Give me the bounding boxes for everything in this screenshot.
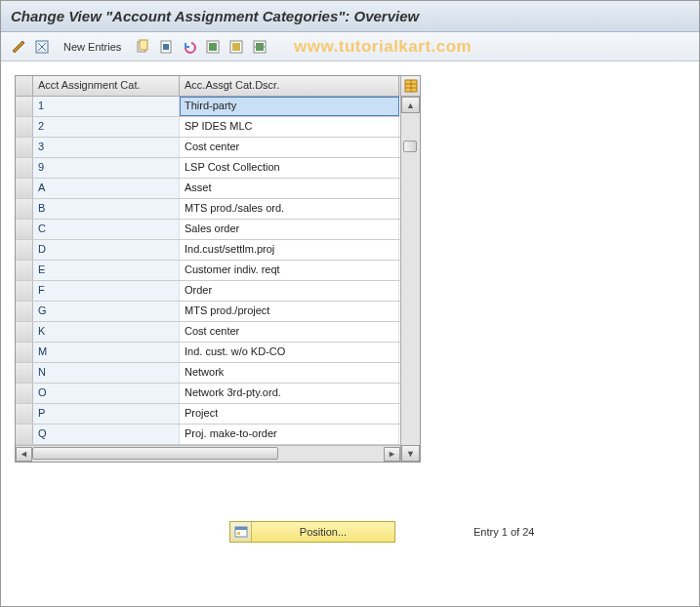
- print-icon[interactable]: [250, 37, 269, 57]
- table-row[interactable]: QProj. make-to-order: [16, 425, 400, 445]
- cell-description[interactable]: Cost center: [180, 322, 399, 342]
- row-selector[interactable]: [16, 322, 33, 342]
- table-row[interactable]: DInd.cust/settlm.proj: [16, 240, 400, 261]
- cell-description[interactable]: Network 3rd-pty.ord.: [180, 384, 399, 403]
- table-row[interactable]: MInd. cust. w/o KD-CO: [16, 343, 400, 363]
- row-selector[interactable]: [16, 404, 33, 424]
- expand-icon[interactable]: [32, 37, 52, 57]
- row-selector[interactable]: [16, 199, 33, 219]
- position-icon: [230, 522, 252, 542]
- row-selector[interactable]: [16, 220, 33, 239]
- table-row[interactable]: GMTS prod./project: [16, 302, 400, 322]
- table-body: 1Third-party2SP IDES MLC3Cost center9LSP…: [16, 97, 400, 445]
- row-selector[interactable]: [16, 363, 33, 383]
- cell-description[interactable]: Proj. make-to-order: [180, 425, 399, 444]
- cell-description[interactable]: Project: [180, 404, 399, 424]
- cell-category[interactable]: Q: [33, 425, 180, 444]
- cell-description[interactable]: Customer indiv. reqt: [180, 261, 399, 280]
- toolbar: New Entries www.tutorialkart.com: [1, 32, 699, 61]
- table-row[interactable]: 1Third-party: [16, 97, 400, 117]
- select-all-icon[interactable]: [203, 37, 223, 57]
- v-scroll-track[interactable]: [401, 113, 420, 445]
- col-header-description[interactable]: Acc.Assgt Cat.Dscr.: [180, 76, 399, 96]
- table-settings-icon[interactable]: [401, 76, 420, 97]
- toggle-display-icon[interactable]: [9, 37, 28, 57]
- col-header-category[interactable]: Acct Assignment Cat.: [33, 76, 180, 96]
- cell-category[interactable]: D: [33, 240, 180, 260]
- row-selector[interactable]: [16, 138, 33, 157]
- cell-description[interactable]: Ind.cust/settlm.proj: [180, 240, 399, 260]
- delete-icon[interactable]: [156, 37, 176, 57]
- table-row[interactable]: 3Cost center: [16, 138, 400, 158]
- content-area: Acct Assignment Cat. Acc.Assgt Cat.Dscr.…: [1, 61, 699, 556]
- cell-category[interactable]: B: [33, 199, 180, 219]
- h-scroll-thumb[interactable]: [32, 447, 278, 460]
- cell-description[interactable]: LSP Cost Collection: [180, 158, 399, 178]
- svg-rect-8: [232, 43, 240, 51]
- table-row[interactable]: KCost center: [16, 322, 400, 343]
- deselect-all-icon[interactable]: [226, 37, 246, 57]
- position-button[interactable]: Position...: [229, 521, 395, 543]
- cell-description[interactable]: Asset: [180, 179, 399, 198]
- row-selector[interactable]: [16, 281, 33, 301]
- cell-category[interactable]: K: [33, 322, 180, 342]
- cell-category[interactable]: 3: [33, 138, 180, 157]
- row-selector[interactable]: [16, 343, 33, 362]
- row-selector[interactable]: [16, 97, 33, 116]
- scroll-left-icon[interactable]: ◄: [16, 447, 32, 462]
- row-selector[interactable]: [16, 425, 33, 444]
- scroll-down-icon[interactable]: ▼: [401, 445, 420, 462]
- position-label: Position...: [252, 526, 394, 538]
- cell-description[interactable]: Network: [180, 363, 399, 383]
- table-row[interactable]: PProject: [16, 404, 400, 425]
- cell-category[interactable]: G: [33, 302, 180, 321]
- table-row[interactable]: AAsset: [16, 179, 400, 199]
- row-selector[interactable]: [16, 179, 33, 198]
- copy-icon[interactable]: [133, 37, 152, 57]
- cell-description[interactable]: MTS prod./sales ord.: [180, 199, 399, 219]
- row-selector[interactable]: [16, 158, 33, 178]
- cell-category[interactable]: P: [33, 404, 180, 424]
- table-row[interactable]: CSales order: [16, 220, 400, 240]
- cell-description[interactable]: Sales order: [180, 220, 399, 239]
- row-selector[interactable]: [16, 261, 33, 280]
- cell-category[interactable]: C: [33, 220, 180, 239]
- cell-description[interactable]: Ind. cust. w/o KD-CO: [180, 343, 399, 362]
- cell-category[interactable]: E: [33, 261, 180, 280]
- table-row[interactable]: NNetwork: [16, 363, 400, 384]
- row-selector[interactable]: [16, 302, 33, 321]
- horizontal-scrollbar[interactable]: ◄ ►: [16, 445, 400, 462]
- table-row[interactable]: BMTS prod./sales ord.: [16, 199, 400, 220]
- cell-category[interactable]: O: [33, 384, 180, 403]
- new-entries-button[interactable]: New Entries: [56, 39, 129, 55]
- cell-description[interactable]: SP IDES MLC: [180, 117, 399, 137]
- table-row[interactable]: FOrder: [16, 281, 400, 302]
- cell-category[interactable]: N: [33, 363, 180, 383]
- cell-description[interactable]: Cost center: [180, 138, 399, 157]
- table-row[interactable]: 2SP IDES MLC: [16, 117, 400, 138]
- v-scroll-thumb[interactable]: [403, 141, 417, 152]
- cell-category[interactable]: 2: [33, 117, 180, 137]
- row-selector-header[interactable]: [16, 76, 33, 96]
- row-selector[interactable]: [16, 240, 33, 260]
- cell-category[interactable]: 9: [33, 158, 180, 178]
- cell-category[interactable]: A: [33, 179, 180, 198]
- undo-icon[interactable]: [180, 37, 199, 57]
- cell-description[interactable]: Order: [180, 281, 399, 301]
- cell-category[interactable]: M: [33, 343, 180, 362]
- table-row[interactable]: 9LSP Cost Collection: [16, 158, 400, 179]
- row-selector[interactable]: [16, 117, 33, 137]
- cell-category[interactable]: F: [33, 281, 180, 301]
- cell-category[interactable]: 1: [33, 97, 180, 116]
- h-scroll-track[interactable]: [32, 447, 384, 462]
- row-selector[interactable]: [16, 384, 33, 403]
- cell-description[interactable]: Third-party: [180, 97, 399, 116]
- scroll-right-icon[interactable]: ►: [384, 447, 400, 462]
- cell-description[interactable]: MTS prod./project: [180, 302, 399, 321]
- footer: Position... Entry 1 of 24: [15, 521, 685, 543]
- svg-rect-4: [163, 44, 169, 50]
- table-row[interactable]: ECustomer indiv. reqt: [16, 261, 400, 281]
- scroll-up-icon[interactable]: ▲: [401, 97, 420, 113]
- table-row[interactable]: ONetwork 3rd-pty.ord.: [16, 384, 400, 404]
- svg-rect-18: [237, 532, 240, 535]
